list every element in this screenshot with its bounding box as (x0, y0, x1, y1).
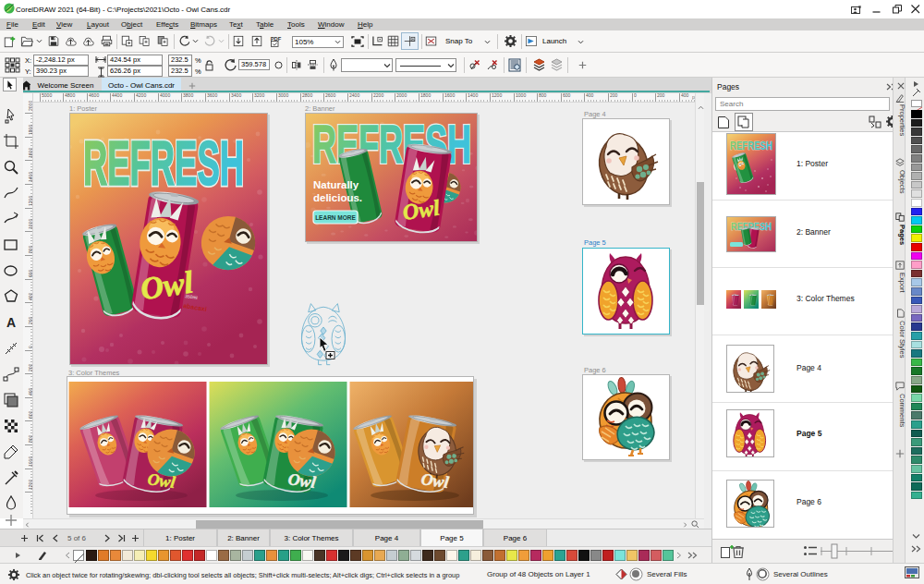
svg-text:REFRESH: REFRESH (83, 128, 244, 198)
svg-text:Owl: Owl (146, 469, 176, 492)
svg-text:Owl: Owl (419, 469, 450, 492)
svg-text:REFRESH: REFRESH (730, 140, 772, 152)
svg-text:Naturally: Naturally (313, 179, 359, 190)
svg-text:Owl: Owl (401, 196, 442, 225)
svg-text:Owl: Owl (139, 264, 196, 306)
svg-text:delicious.: delicious. (313, 192, 362, 203)
svg-text:Owl: Owl (286, 469, 317, 492)
svg-text:LEARN MORE: LEARN MORE (315, 214, 356, 221)
svg-text:A: A (6, 315, 16, 330)
svg-text:PDF: PDF (271, 36, 282, 42)
